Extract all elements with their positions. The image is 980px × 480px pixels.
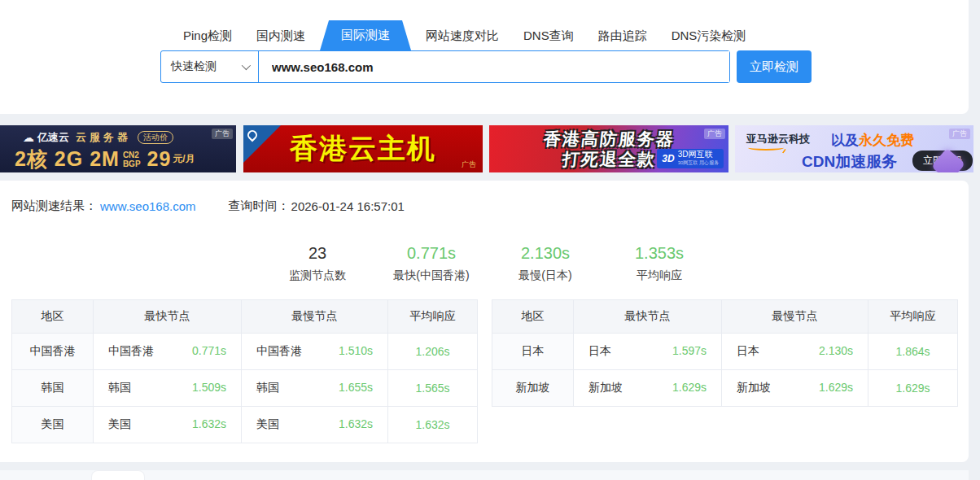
region-cell: 日本 (492, 334, 574, 370)
3d-logo-text: 3D网互联 (678, 151, 719, 159)
yisuyun-bgp: BGP (123, 159, 141, 168)
slowest-node-cell: 新加坡1.629s (722, 370, 868, 407)
stat-node-count: 23监测节点数 (260, 242, 374, 283)
aws-line2: CDN加速服务 (802, 151, 897, 172)
ad-tag: 广告 (458, 159, 479, 170)
next-section-tab[interactable] (91, 470, 145, 480)
tab-dns-query[interactable]: DNS查询 (511, 22, 586, 50)
ad-tag: 广告 (212, 129, 233, 139)
region-cell: 美国 (12, 407, 94, 443)
search-row: 快速检测 立即检测 (160, 50, 812, 83)
3d-logo-subtext: 30网互联 用心服务 (678, 159, 719, 167)
fastest-node-cell: 新加坡1.629s (574, 370, 722, 407)
corner-logo (243, 125, 281, 163)
avg-cell: 1.629s (868, 370, 958, 407)
table-row: 韩国 韩国1.509s 韩国1.655s 1.565s (12, 370, 478, 407)
3d-hulian-logo: 3D 3D网互联30网互联 用心服务 (657, 149, 724, 168)
avg-cell: 1.206s (388, 334, 478, 370)
col-header-fastest: 最快节点 (94, 300, 242, 334)
region-cell: 韩国 (12, 370, 94, 407)
yisuyun-price: 29 (147, 147, 172, 171)
tab-bar: Ping检测 国内测速 国际测速 网站速度对比 DNS查询 路由追踪 DNS污染… (171, 20, 758, 50)
results-table-left: 地区 最快节点 最慢节点 平均响应 中国香港 中国香港0.771s 中国香港1.… (11, 299, 478, 443)
price-badge: 活动价 (138, 131, 173, 144)
col-header-slowest: 最慢节点 (242, 300, 388, 334)
ad-banner-yisuyun[interactable]: 广告 ☁亿速云 云服务器 活动价 2核 2G 2M CN2BGP 29 元/月 (0, 125, 236, 172)
aws-line1-highlight: 永久免费 (859, 133, 914, 148)
avg-cell: 1.565s (388, 370, 478, 407)
mode-select-value: 快速检测 (171, 59, 217, 74)
chevron-down-icon (242, 61, 251, 70)
hosting-logo-icon (246, 129, 260, 142)
tab-international-speed[interactable]: 国际测速 (320, 20, 411, 50)
region-cell: 新加坡 (492, 370, 574, 407)
summary-stats: 23监测节点数 0.771s最快(中国香港) 2.130s最慢(日本) 1.35… (260, 242, 716, 283)
col-header-average: 平均响应 (868, 300, 958, 334)
table-header-row: 地区 最快节点 最慢节点 平均响应 (492, 300, 958, 334)
ad-banner-hk-cloud[interactable]: 香港云主机 广告 (243, 125, 483, 172)
slowest-node-cell: 中国香港1.510s (242, 334, 388, 370)
aws-line1-prefix: 以及 (831, 133, 859, 148)
col-header-region: 地区 (12, 300, 94, 334)
result-card: 网站测速结果：www.seo168.com 查询时间：2026-01-24 16… (0, 181, 969, 462)
table-row: 中国香港 中国香港0.771s 中国香港1.510s 1.206s (12, 334, 478, 370)
tested-url-link[interactable]: www.seo168.com (100, 199, 196, 213)
col-header-fastest: 最快节点 (574, 300, 722, 334)
result-label: 网站测速结果： (11, 199, 97, 214)
query-time-label: 查询时间： (229, 199, 290, 214)
header-card: Ping检测 国内测速 国际测速 网站速度对比 DNS查询 路由追踪 DNS污染… (0, 0, 969, 114)
ad-banner-aws-cdn[interactable]: 广告 亚马逊云科技 以及永久免费 CDN加速服务 立即注册 (735, 125, 973, 172)
tab-dns-pollution[interactable]: DNS污染检测 (659, 22, 759, 50)
hk-defense-line2: 打死退全款 (561, 149, 657, 169)
col-header-average: 平均响应 (388, 300, 478, 334)
search-box: 快速检测 (160, 50, 730, 83)
table-row: 美国 美国1.632s 美国1.632s 1.632s (12, 407, 478, 443)
detect-now-button[interactable]: 立即检测 (737, 50, 812, 83)
stat-slowest: 2.130s最慢(日本) (488, 242, 602, 283)
result-line: 网站测速结果：www.seo168.com 查询时间：2026-01-24 16… (11, 199, 405, 214)
mode-select-dropdown[interactable]: 快速检测 (161, 51, 259, 82)
fastest-node-cell: 美国1.632s (94, 407, 242, 443)
col-header-region: 地区 (492, 300, 574, 334)
tab-speed-compare[interactable]: 网站速度对比 (413, 22, 511, 50)
next-section-top (0, 470, 969, 480)
3d-logo-icon: 3D (662, 153, 674, 164)
yisuyun-cn2: CN2 (123, 151, 141, 159)
table-header-row: 地区 最快节点 最慢节点 平均响应 (12, 300, 478, 334)
avg-cell: 1.632s (388, 407, 478, 443)
table-row: 新加坡 新加坡1.629s 新加坡1.629s 1.629s (492, 370, 958, 407)
aws-smile-icon (748, 145, 784, 151)
tab-domestic-speed[interactable]: 国内测速 (244, 22, 317, 50)
region-cell: 中国香港 (12, 334, 94, 370)
ad-tag: 广告 (704, 129, 725, 139)
tab-ping[interactable]: Ping检测 (171, 22, 244, 50)
yisuyun-product: 云服务器 (76, 130, 131, 145)
fastest-node-cell: 中国香港0.771s (94, 334, 242, 370)
stat-average: 1.353s平均响应 (602, 242, 716, 283)
fastest-node-cell: 日本1.597s (574, 334, 722, 370)
yisuyun-spec: 2核 2G 2M (15, 146, 120, 172)
tab-traceroute[interactable]: 路由追踪 (586, 22, 659, 50)
query-time-value: 2026-01-24 16:57:01 (291, 199, 405, 213)
col-header-slowest: 最慢节点 (722, 300, 868, 334)
yisuyun-brand: ☁亿速云 (23, 130, 69, 145)
slowest-node-cell: 日本2.130s (722, 334, 868, 370)
hk-cloud-title: 香港云主机 (290, 130, 436, 168)
avg-cell: 1.864s (868, 334, 958, 370)
table-row: 日本 日本1.597s 日本2.130s 1.864s (492, 334, 958, 370)
hk-defense-line1: 香港高防服务器 (542, 129, 676, 149)
cloud-icon: ☁ (23, 131, 34, 144)
slowest-node-cell: 韩国1.655s (242, 370, 388, 407)
slowest-node-cell: 美国1.632s (242, 407, 388, 443)
results-table-right: 地区 最快节点 最慢节点 平均响应 日本 日本1.597s 日本2.130s 1… (492, 299, 958, 407)
ad-tag: 广告 (949, 129, 970, 139)
fastest-node-cell: 韩国1.509s (94, 370, 242, 407)
url-input[interactable] (259, 51, 729, 82)
stat-fastest: 0.771s最快(中国香港) (374, 242, 488, 283)
ad-banner-hk-defense[interactable]: 广告 香港高防服务器 打死退全款 3D 3D网互联30网互联 用心服务 (489, 125, 728, 172)
yisuyun-unit: 元/月 (173, 152, 195, 166)
